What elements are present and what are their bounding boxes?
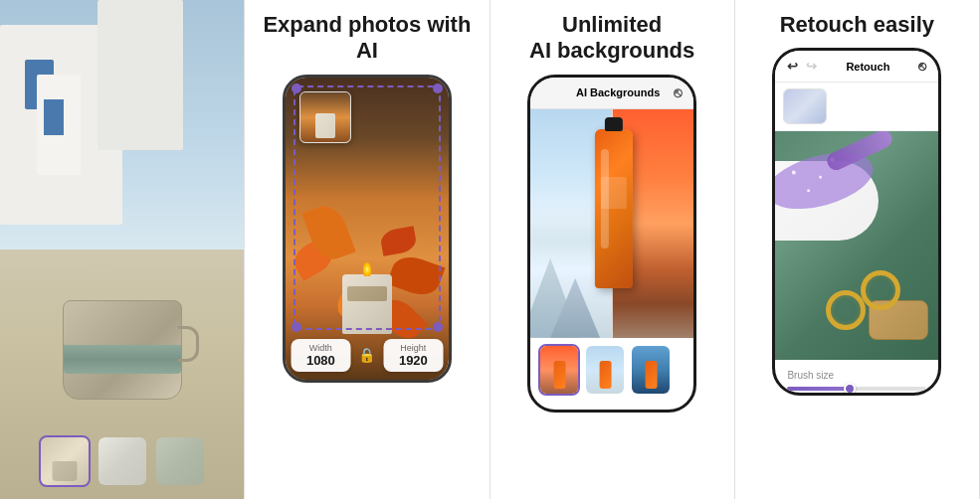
phone-mockup-backgrounds: AI Backgrounds ⎋ xyxy=(527,75,696,413)
preview-thumb-img xyxy=(784,89,826,123)
phone-mockup-retouch: ↩ ↪ Retouch ⎋ xyxy=(772,48,941,396)
bottle-mini-1 xyxy=(554,361,566,389)
brush-thumb[interactable] xyxy=(844,383,856,395)
handle-br[interactable] xyxy=(433,322,443,332)
retouch-preview-row xyxy=(775,83,938,131)
thumbnail-3[interactable] xyxy=(154,435,206,487)
retouch-scene xyxy=(775,131,938,360)
background-thumbnails xyxy=(530,338,693,402)
thumbnail-strip xyxy=(39,435,206,487)
handle-tr[interactable] xyxy=(433,83,443,93)
bg-thumb-2-img xyxy=(586,346,624,394)
bg-thumb-3-img xyxy=(632,346,670,394)
bottle-logo xyxy=(601,177,628,209)
retouch-share-icon[interactable]: ⎋ xyxy=(918,59,926,74)
brush-size-section: Brush size xyxy=(775,360,938,396)
window-2 xyxy=(44,99,64,134)
bottle-mini-3 xyxy=(646,361,658,389)
lock-icon: 🔒 xyxy=(358,339,375,372)
undo-icon[interactable]: ↩ xyxy=(787,59,798,74)
phone-header-ai-bg: AI Backgrounds ⎋ xyxy=(530,78,693,109)
mini-candle xyxy=(315,113,335,138)
panel-ai-backgrounds: UnlimitedAI backgrounds AI Backgrounds ⎋ xyxy=(490,0,735,499)
height-label: Height xyxy=(391,343,435,353)
panel-expand-photos: Expand photos with AI xyxy=(245,0,490,499)
redo-icon[interactable]: ↪ xyxy=(806,59,817,74)
ai-backgrounds-label: AI Backgrounds xyxy=(576,86,660,98)
width-value: 1080 xyxy=(306,353,335,368)
brush-size-label: Brush size xyxy=(787,370,926,381)
bottle-mini-2 xyxy=(600,361,612,389)
brush-size-slider[interactable] xyxy=(787,387,926,391)
bg-thumb-1-sunset[interactable] xyxy=(538,344,580,396)
retouch-header-label: Retouch xyxy=(846,61,889,73)
mini-candle-scene xyxy=(300,92,350,142)
water-bottle xyxy=(595,129,633,288)
mini-thumbnail xyxy=(299,91,351,143)
share-icon[interactable]: ⎋ xyxy=(674,84,682,100)
bg-thumb-2-mountains[interactable] xyxy=(584,344,626,396)
thumb-cup xyxy=(52,461,77,481)
glitter-4 xyxy=(807,189,811,193)
handle-bl[interactable] xyxy=(292,322,301,332)
cup-stripe xyxy=(64,345,181,374)
split-scene xyxy=(530,109,693,338)
thumbnail-2[interactable] xyxy=(97,435,148,487)
brush-tool-visual xyxy=(825,141,894,159)
header-left-icons: ↩ ↪ xyxy=(787,59,817,74)
thumb-img-3 xyxy=(156,437,204,485)
phone-header-retouch: ↩ ↪ Retouch ⎋ xyxy=(775,51,938,83)
panel-2-title: Expand photos with AI xyxy=(245,12,489,65)
glitter-2 xyxy=(819,176,823,180)
height-input[interactable]: Height 1920 xyxy=(383,339,443,372)
bg-thumb-1-img xyxy=(540,346,578,394)
phone-mockup-expand: Width 1080 🔒 Height 1920 xyxy=(283,75,452,383)
glitter-1 xyxy=(792,170,797,175)
width-label: Width xyxy=(298,343,342,353)
panel-photo-edit xyxy=(0,0,245,499)
dimension-bar: Width 1080 🔒 Height 1920 xyxy=(291,339,443,372)
panel-retouch: Retouch easily ↩ ↪ Retouch ⎋ xyxy=(735,0,980,499)
bottle-cap xyxy=(605,117,623,131)
thumb-img-2 xyxy=(98,437,146,485)
preview-thumbnail[interactable] xyxy=(783,88,827,124)
thumbnail-1-selected[interactable] xyxy=(39,435,91,487)
brush-fill xyxy=(787,387,850,391)
thumb-img-1 xyxy=(41,437,89,485)
ceramic-cup xyxy=(63,300,182,400)
panel-4-title: Retouch easily xyxy=(772,12,942,38)
building-2 xyxy=(98,0,183,150)
width-input[interactable]: Width 1080 xyxy=(291,339,350,372)
bg-thumb-3-ocean[interactable] xyxy=(630,344,672,396)
height-value: 1920 xyxy=(399,353,428,368)
panel-3-title: UnlimitedAI backgrounds xyxy=(521,12,702,65)
main-photo-scene xyxy=(0,0,244,499)
